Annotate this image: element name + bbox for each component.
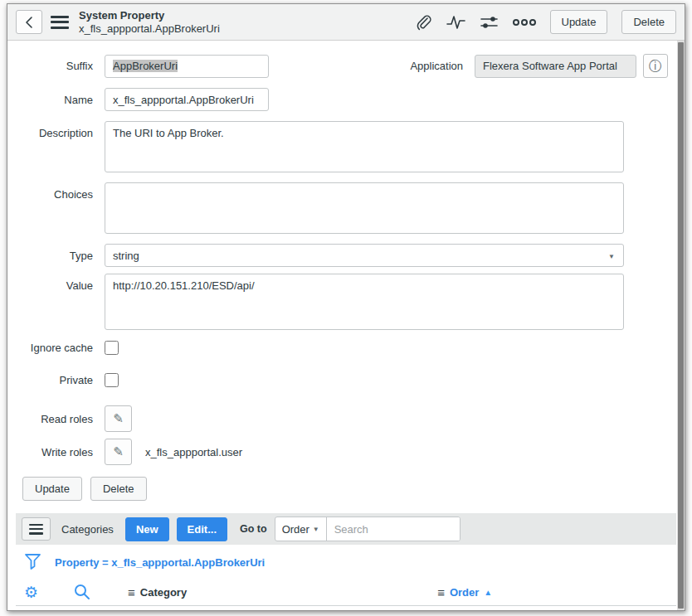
read-roles-label: Read roles — [7, 413, 105, 425]
write-roles-edit-button[interactable]: ✎ — [105, 439, 132, 465]
name-value: x_fls_appportal.AppBrokerUri — [113, 94, 254, 106]
pulse-icon — [446, 14, 466, 31]
more-options-button[interactable] — [513, 18, 536, 27]
list-personalize-button[interactable]: ⚙ — [24, 584, 38, 600]
page-subtitle: x_fls_appportal.AppBrokerUri — [79, 22, 220, 36]
related-list-toolbar: Categories New Edit... Go to Order ▼ — [16, 513, 676, 545]
attachment-button[interactable] — [415, 13, 432, 32]
column-header-order[interactable]: ≡ Order ▲ — [437, 585, 492, 599]
suffix-label: Suffix — [7, 60, 105, 72]
ignore-cache-label: Ignore cache — [7, 342, 105, 354]
chevron-down-icon: ▼ — [313, 526, 319, 533]
list-search-toggle-button[interactable] — [73, 583, 91, 601]
list-column-headers: ⚙ ≡ Category ≡ Order ▲ — [16, 579, 676, 606]
ignore-cache-checkbox[interactable] — [105, 341, 119, 355]
record-form: Suffix AppBrokerUri Application Flexera … — [7, 41, 685, 501]
type-label: Type — [7, 250, 105, 262]
write-roles-value: x_fls_appportal.user — [145, 446, 242, 458]
type-value: string — [113, 250, 139, 262]
choices-label: Choices — [7, 182, 105, 201]
sliders-icon — [480, 14, 499, 31]
value-label: Value — [7, 274, 105, 292]
suffix-value: AppBrokerUri — [113, 60, 178, 72]
read-roles-edit-button[interactable]: ✎ — [105, 405, 132, 432]
choices-textarea[interactable] — [105, 182, 624, 234]
update-button-header[interactable]: Update — [550, 10, 608, 34]
vertical-scrollbar — [677, 41, 685, 610]
form-header: System Property x_fls_appportal.AppBroke… — [7, 4, 685, 41]
column-menu-icon: ≡ — [437, 585, 445, 599]
goto-field-select[interactable]: Order ▼ — [275, 517, 327, 541]
app-window: System Property x_fls_appportal.AppBroke… — [7, 3, 685, 611]
back-button[interactable] — [16, 10, 42, 34]
chevron-left-icon — [23, 16, 35, 29]
info-icon: ⓘ — [649, 60, 662, 73]
suffix-input[interactable]: AppBrokerUri — [105, 55, 269, 78]
private-checkbox[interactable] — [105, 373, 119, 387]
filter-breadcrumb-link[interactable]: Property = x_fls_appportal.AppBrokerUri — [55, 556, 265, 569]
goto-field-value: Order — [282, 523, 309, 536]
column-menu-icon: ≡ — [128, 585, 135, 599]
paperclip-icon — [415, 13, 432, 32]
goto-label: Go to — [240, 523, 267, 535]
type-select[interactable]: string ▼ — [105, 244, 624, 267]
edit-button[interactable]: Edit... — [177, 517, 227, 541]
sort-ascending-icon: ▲ — [484, 588, 492, 597]
update-button-footer[interactable]: Update — [22, 477, 82, 501]
search-icon — [73, 583, 91, 601]
page-title: System Property — [79, 9, 220, 22]
chevron-down-icon: ▼ — [608, 253, 615, 260]
list-context-menu-button[interactable] — [22, 517, 51, 541]
value-textarea[interactable]: http://10.20.151.210/ESD/api/ — [105, 274, 624, 330]
column-header-category[interactable]: ≡ Category — [128, 585, 187, 599]
column-label: Order — [450, 586, 479, 599]
categories-related-list: Categories New Edit... Go to Order ▼ Pro… — [16, 513, 676, 606]
related-list-title: Categories — [61, 523, 114, 536]
pencil-icon: ✎ — [113, 411, 124, 426]
record-title: System Property x_fls_appportal.AppBroke… — [79, 9, 220, 35]
form-context-menu-icon[interactable] — [51, 16, 69, 29]
column-label: Category — [140, 586, 187, 599]
description-label: Description — [7, 121, 105, 139]
delete-button-header[interactable]: Delete — [621, 10, 676, 34]
pencil-icon: ✎ — [113, 444, 124, 459]
private-label: Private — [7, 374, 105, 386]
application-info-button[interactable]: ⓘ — [643, 54, 668, 78]
list-search-input[interactable] — [327, 517, 460, 541]
name-input[interactable]: x_fls_appportal.AppBrokerUri — [105, 88, 269, 111]
name-label: Name — [7, 94, 105, 106]
list-filter-row: Property = x_fls_appportal.AppBrokerUri — [16, 545, 676, 579]
scrollbar-thumb[interactable] — [678, 42, 684, 609]
description-textarea[interactable]: The URI to App Broker. — [105, 121, 624, 172]
more-options-icon — [513, 18, 536, 27]
goto-search-group: Order ▼ — [275, 517, 461, 541]
menu-icon — [29, 524, 43, 535]
application-field: Flexera Software App Portal — [475, 55, 636, 78]
activity-stream-button[interactable] — [446, 14, 466, 31]
delete-button-footer[interactable]: Delete — [90, 477, 147, 501]
gear-icon: ⚙ — [24, 584, 38, 601]
application-label: Application — [410, 60, 475, 72]
write-roles-label: Write roles — [7, 446, 105, 458]
personalize-form-button[interactable] — [480, 14, 499, 31]
new-button[interactable]: New — [125, 517, 169, 541]
filter-funnel-icon[interactable] — [24, 552, 41, 572]
